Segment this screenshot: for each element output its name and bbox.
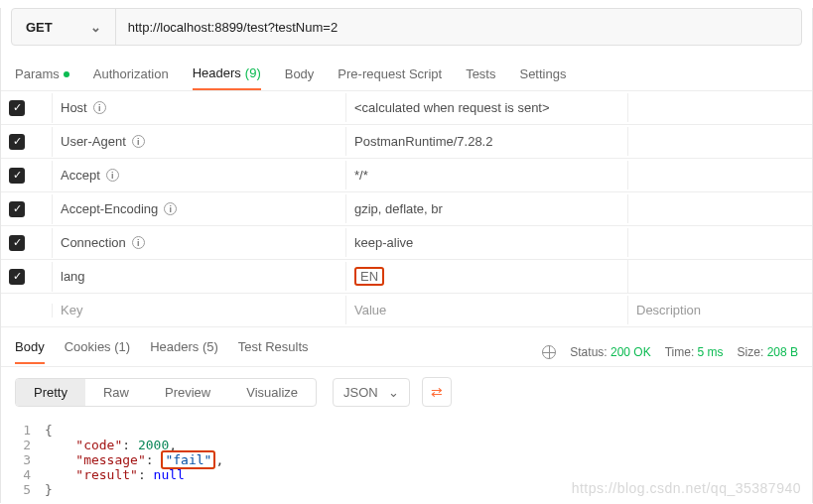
desc-placeholder[interactable]: Description — [628, 296, 812, 324]
size-label: Size: 208 B — [738, 345, 798, 359]
table-row[interactable]: ✓ Connection i keep-alive — [1, 226, 812, 260]
method-select[interactable]: GET ⌄ — [12, 9, 116, 45]
url-bar: GET ⌄ — [11, 8, 802, 46]
chevron-down-icon: ⌄ — [388, 385, 399, 400]
info-icon[interactable]: i — [93, 101, 106, 114]
dot-icon — [64, 71, 69, 77]
table-row[interactable]: ✓ Accept-Encoding i gzip, deflate, br — [1, 192, 812, 226]
header-value: PostmanRuntime/7.28.2 — [354, 134, 492, 149]
header-value-highlighted[interactable]: EN — [354, 267, 384, 286]
res-tab-headers[interactable]: Headers (5) — [150, 339, 218, 364]
viewmode-pretty[interactable]: Pretty — [16, 379, 85, 406]
header-key[interactable]: lang — [61, 269, 85, 284]
header-value: */* — [354, 168, 368, 183]
status-label: Status: 200 OK — [570, 345, 650, 359]
res-tab-body[interactable]: Body — [15, 339, 45, 364]
globe-icon[interactable] — [542, 345, 556, 359]
url-input[interactable] — [116, 9, 801, 45]
header-key: Accept-Encoding — [61, 201, 158, 216]
info-icon[interactable]: i — [106, 169, 119, 182]
tab-body[interactable]: Body — [285, 65, 315, 90]
viewmode-preview[interactable]: Preview — [147, 379, 228, 406]
checkbox-icon[interactable]: ✓ — [9, 168, 25, 184]
tab-settings[interactable]: Settings — [519, 65, 566, 90]
header-value: keep-alive — [354, 235, 413, 250]
response-bar: Body Cookies (1) Headers (5) Test Result… — [1, 327, 812, 364]
line-number: 5 — [1, 482, 45, 497]
viewmode-raw[interactable]: Raw — [85, 379, 147, 406]
headers-table: ✓ Host i <calculated when request is sen… — [1, 90, 812, 327]
viewmode-segment: Pretty Raw Preview Visualize — [15, 378, 317, 407]
table-row-placeholder[interactable]: Key Value Description — [1, 294, 812, 327]
request-tabs: Params Authorization Headers (9) Body Pr… — [1, 46, 812, 90]
viewmode-visualize[interactable]: Visualize — [228, 379, 316, 406]
table-row[interactable]: ✓ lang EN — [1, 260, 812, 294]
header-key: Connection — [61, 235, 126, 250]
value-placeholder[interactable]: Value — [346, 296, 628, 324]
line-number: 3 — [1, 452, 45, 467]
tab-headers[interactable]: Headers (9) — [193, 65, 261, 90]
checkbox-icon[interactable]: ✓ — [9, 235, 25, 251]
checkbox-icon[interactable]: ✓ — [9, 201, 25, 217]
response-body[interactable]: 1{ 2 "code": 2000, 3 "message": "fail", … — [1, 417, 812, 503]
header-key: User-Agent — [61, 134, 126, 149]
view-controls: Pretty Raw Preview Visualize JSON⌄ ⇄ — [1, 366, 812, 417]
checkbox-icon[interactable]: ✓ — [9, 134, 25, 150]
header-value: <calculated when request is sent> — [354, 100, 550, 115]
language-select[interactable]: JSON⌄ — [333, 378, 410, 407]
wrap-lines-icon[interactable]: ⇄ — [422, 377, 452, 407]
table-row[interactable]: ✓ User-Agent i PostmanRuntime/7.28.2 — [1, 125, 812, 159]
chevron-down-icon: ⌄ — [90, 20, 101, 35]
tab-tests[interactable]: Tests — [466, 65, 495, 90]
line-number: 1 — [1, 423, 45, 438]
info-icon[interactable]: i — [132, 135, 145, 148]
line-number: 4 — [1, 467, 45, 482]
res-tab-cookies[interactable]: Cookies (1) — [65, 339, 130, 364]
tab-prerequest[interactable]: Pre-request Script — [338, 65, 442, 90]
table-row[interactable]: ✓ Host i <calculated when request is sen… — [1, 91, 812, 125]
tab-authorization[interactable]: Authorization — [93, 65, 169, 90]
info-icon[interactable]: i — [132, 236, 145, 249]
time-label: Time: 5 ms — [665, 345, 724, 359]
request-panel: GET ⌄ Params Authorization Headers (9) B… — [0, 8, 813, 503]
header-key: Accept — [61, 168, 100, 183]
header-key: Host — [61, 100, 87, 115]
method-label: GET — [26, 20, 53, 35]
res-tab-tests[interactable]: Test Results — [238, 339, 309, 364]
checkbox-icon[interactable]: ✓ — [9, 269, 25, 285]
checkbox-icon[interactable]: ✓ — [9, 100, 25, 116]
header-value: gzip, deflate, br — [354, 201, 443, 216]
info-icon[interactable]: i — [164, 202, 177, 215]
tab-params[interactable]: Params — [15, 65, 69, 90]
key-placeholder[interactable]: Key — [53, 296, 346, 324]
line-number: 2 — [1, 438, 45, 452]
table-row[interactable]: ✓ Accept i */* — [1, 159, 812, 192]
